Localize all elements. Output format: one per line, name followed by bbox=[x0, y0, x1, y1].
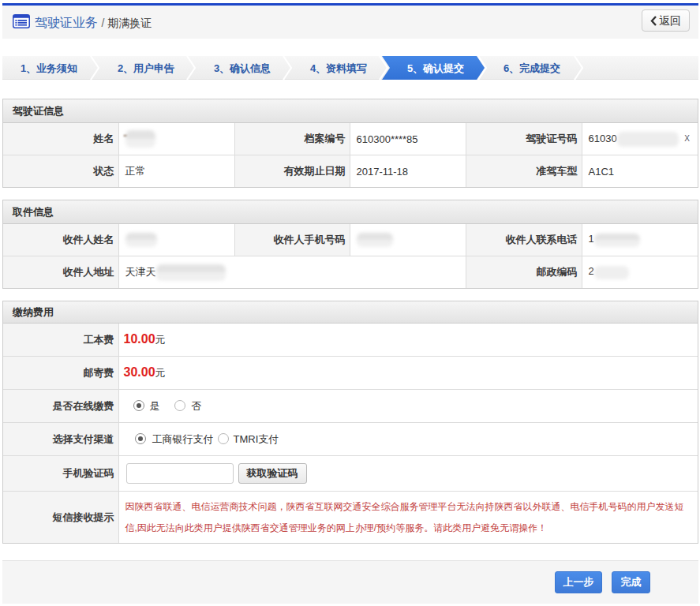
svg-text:1、业务须知: 1、业务须知 bbox=[21, 62, 77, 74]
svg-text:6、完成提交: 6、完成提交 bbox=[503, 62, 560, 74]
svg-text:2、用户申告: 2、用户申告 bbox=[118, 62, 174, 74]
svg-text:5、确认提交: 5、确认提交 bbox=[407, 62, 464, 74]
svg-text:3、确认信息: 3、确认信息 bbox=[214, 62, 271, 74]
svg-text:4、资料填写: 4、资料填写 bbox=[310, 62, 367, 74]
